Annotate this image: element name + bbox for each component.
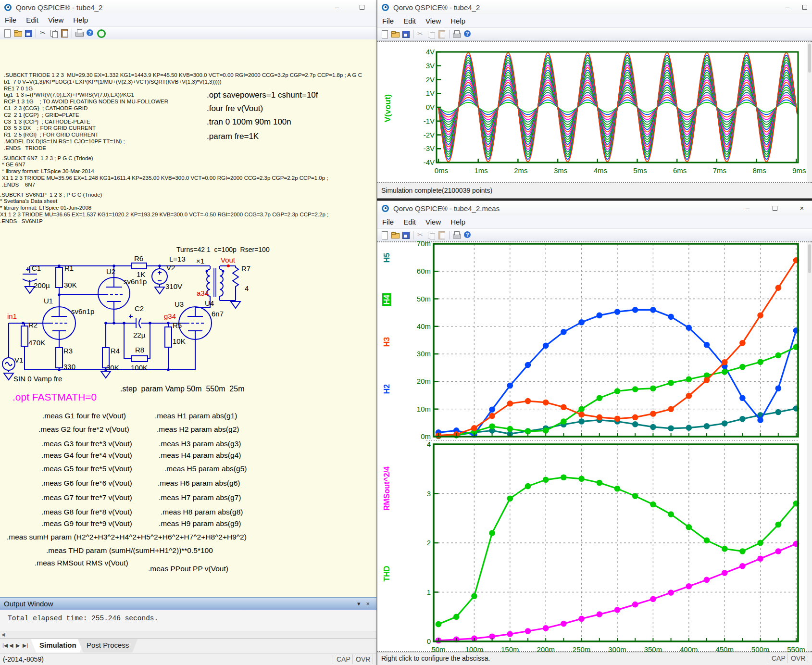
close-output-icon[interactable]: × <box>363 600 373 607</box>
schematic-label[interactable]: V1 <box>14 356 23 364</box>
save-icon[interactable] <box>401 231 410 239</box>
schematic-label[interactable]: U2 <box>106 267 115 276</box>
schematic-label[interactable]: C1 <box>32 264 41 272</box>
save-icon[interactable] <box>401 30 410 38</box>
schematic-label[interactable]: 470K <box>28 339 45 347</box>
print-icon[interactable] <box>452 231 461 239</box>
schematic-label[interactable]: C2 <box>135 304 144 313</box>
minimize-button[interactable]: – <box>330 1 344 13</box>
cut-icon[interactable] <box>416 231 425 239</box>
waveform-plot-pane[interactable]: 4V3V2V1V0V-1V-2V-3V-4V0ms1ms2ms3ms4ms5ms… <box>377 41 812 183</box>
spice-directive[interactable]: .meas G2 four fre*2 v(Vout) <box>38 425 129 434</box>
axis-series-label[interactable]: H2 <box>383 360 391 418</box>
copy-icon[interactable] <box>427 231 436 239</box>
tab-nav-icon[interactable]: |◀ <box>2 642 8 649</box>
open-file-icon[interactable] <box>391 231 400 239</box>
menu-item-help[interactable]: Help <box>446 216 470 227</box>
collapse-icon[interactable]: ▾ <box>354 600 363 607</box>
menu-item-edit[interactable]: Edit <box>21 14 43 25</box>
maximize-button[interactable] <box>768 202 782 214</box>
menu-item-edit[interactable]: Edit <box>399 15 421 26</box>
spice-directive[interactable]: .meas H8 param abs(g8) <box>161 508 243 516</box>
schematic-label[interactable]: R5 <box>173 321 182 329</box>
copy-icon[interactable] <box>50 29 58 38</box>
spice-directive[interactable]: .meas THD param (sumH/(sumH+H1^2))**0.5*… <box>46 546 213 555</box>
spice-directive[interactable]: .meas H1 param abs(g1) <box>155 412 237 420</box>
print-icon[interactable] <box>452 30 461 38</box>
schematic-label[interactable]: R4 <box>111 347 120 355</box>
schematic-label[interactable]: R2 <box>28 321 37 329</box>
schematic-label[interactable]: R8 <box>135 346 144 354</box>
schematic-label[interactable]: sv6n1p <box>71 307 94 315</box>
spice-directive[interactable]: .meas H5 param abs(g5) <box>164 464 247 473</box>
spice-directive[interactable]: .meas PPout PP v(Vout) <box>148 565 228 573</box>
spice-directive[interactable]: .meas G4 four fre*4 v(Vout) <box>41 451 132 460</box>
spice-directive[interactable]: .opt FASTMATH=0 <box>12 391 97 403</box>
schematic-label[interactable]: 4 <box>245 284 249 292</box>
schematic-label[interactable]: Turns=42 1 c=100p Rser=100 <box>176 246 270 253</box>
maximize-button[interactable] <box>355 1 369 13</box>
schematic-label[interactable]: U1 <box>44 297 53 305</box>
tab-nav-icon[interactable]: ◀ <box>9 642 13 649</box>
schematic-label[interactable]: R6 <box>134 254 143 263</box>
schematic-label[interactable]: Vout <box>221 256 235 264</box>
tab-nav-icon[interactable]: ▶| <box>23 642 28 649</box>
spice-directive[interactable]: .step param Vamp 50m 550m 25m <box>120 385 244 393</box>
open-file-icon[interactable] <box>391 30 400 38</box>
schematic-label[interactable]: g34 <box>164 312 176 320</box>
menu-item-file[interactable]: File <box>0 14 21 25</box>
schematic-label[interactable]: 200µ <box>34 281 50 289</box>
schematic-label[interactable]: 100K <box>131 364 148 372</box>
close-button[interactable]: × <box>795 202 809 214</box>
menu-item-file[interactable]: File <box>377 15 399 26</box>
schematic-label[interactable]: 6n7 <box>212 310 224 318</box>
horizontal-scrollbar[interactable]: ◀ <box>0 631 376 639</box>
spice-directive[interactable]: .meas G7 four fre*7 v(Vout) <box>41 493 132 502</box>
menu-item-help[interactable]: Help <box>446 15 470 26</box>
schematic-label[interactable]: a34 <box>197 289 209 297</box>
run-icon[interactable] <box>96 29 105 38</box>
tab-simulation[interactable]: Simulation <box>31 639 85 652</box>
help-icon[interactable] <box>463 231 472 239</box>
output-log[interactable]: Total elapsed time: 255.246 seconds. <box>0 610 376 631</box>
schematic-label[interactable]: ×1 <box>196 257 204 265</box>
schematic-label[interactable]: SIN 0 Vamp fre <box>13 375 62 383</box>
cut-icon[interactable] <box>39 29 48 38</box>
spice-directive[interactable]: .meas H6 param abs(g6) <box>158 479 240 488</box>
maximize-button[interactable] <box>798 1 812 13</box>
scroll-left-icon[interactable]: ◀ <box>1 632 5 637</box>
spice-directive[interactable]: .meas H7 param abs(g7) <box>159 493 241 502</box>
axis-series-label[interactable]: THD <box>383 545 391 602</box>
copy-icon[interactable] <box>427 30 436 38</box>
spice-directive[interactable]: .meas H9 param abs(g9) <box>159 519 241 528</box>
schematic-canvas[interactable]: .SUBCKT TRIODE 1 2 3 MU=29.30 EX=1.332 K… <box>0 39 376 597</box>
schematic-label[interactable]: R7 <box>241 264 250 273</box>
tab-post-process[interactable]: Post Process <box>78 639 137 652</box>
menu-item-view[interactable]: View <box>421 15 446 26</box>
minimize-button[interactable]: – <box>740 202 755 214</box>
schematic-label[interactable]: 30K <box>106 364 119 372</box>
new-file-icon[interactable] <box>3 29 12 38</box>
schematic-label[interactable]: sv6n1p <box>124 277 147 286</box>
schematic-label[interactable]: in1 <box>7 312 17 320</box>
spice-directive[interactable]: .meas RMSout RMS v(Vout) <box>35 559 128 567</box>
axis-series-label[interactable]: RMSout^2/4 <box>383 460 391 517</box>
menu-item-file[interactable]: File <box>377 216 399 227</box>
vertical-scrollbar[interactable] <box>807 42 812 182</box>
spice-directive[interactable]: .meas G5 four fre*5 v(Vout) <box>41 464 132 473</box>
measurement-plot-pane[interactable]: 0m10m20m30m40m50m60m70m0123450m100m150m2… <box>377 241 812 652</box>
spice-directive[interactable]: .meas G1 four fre v(Vout) <box>42 412 126 420</box>
menu-item-view[interactable]: View <box>43 14 68 25</box>
schematic-label[interactable]: 310V <box>165 282 182 290</box>
help-icon[interactable] <box>86 29 94 38</box>
tab-nav-icon[interactable]: ▶ <box>16 642 20 649</box>
help-icon[interactable] <box>463 30 472 38</box>
menu-item-view[interactable]: View <box>421 216 446 227</box>
schematic-label[interactable]: L=13 <box>169 255 186 263</box>
spice-directive[interactable]: .meas H2 param abs(g2) <box>157 425 239 434</box>
schematic-label[interactable]: U3 <box>175 300 184 308</box>
schematic-label[interactable]: 10K <box>173 337 186 345</box>
print-icon[interactable] <box>75 29 84 38</box>
cut-icon[interactable] <box>416 30 425 38</box>
schematic-label[interactable]: V2 <box>166 263 175 272</box>
